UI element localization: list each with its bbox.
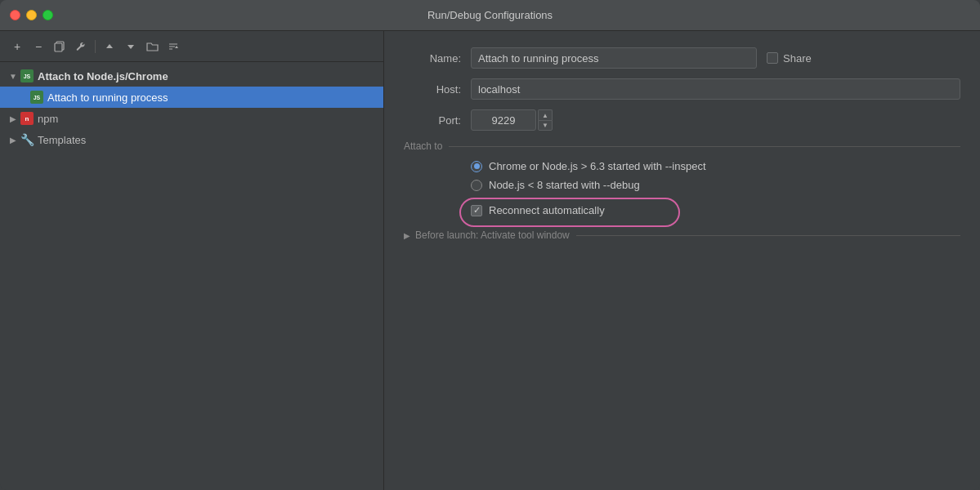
name-label: Name:: [404, 52, 461, 65]
port-row: Port: ▲ ▼: [404, 109, 960, 131]
add-button[interactable]: +: [8, 38, 26, 56]
tree-item-attach[interactable]: JS Attach to running process: [0, 87, 383, 108]
wrench-button[interactable]: [72, 38, 90, 56]
attach-to-label: Attach to: [404, 140, 442, 152]
window-title: Run/Debug Configurations: [427, 9, 553, 21]
radio-option-1[interactable]: Chrome or Node.js > 6.3 started with --i…: [471, 160, 960, 172]
toolbar-divider: [95, 40, 96, 53]
main-content: + −: [0, 31, 980, 490]
maximize-button[interactable]: [43, 10, 53, 20]
title-bar: Run/Debug Configurations: [0, 0, 980, 31]
divider-line: [449, 146, 960, 147]
npm-arrow: ▶: [7, 114, 20, 123]
tree-item-templates[interactable]: ▶ 🔧 Templates: [0, 129, 383, 150]
tree-parent-label: Attach to Node.js/Chrome: [38, 70, 168, 82]
name-row: Name: Share: [404, 47, 960, 69]
before-launch-label: Before launch: Activate tool window: [415, 229, 570, 241]
move-down-button[interactable]: [122, 38, 140, 56]
folder-button[interactable]: [143, 38, 161, 56]
bl-divider-line: [576, 235, 960, 236]
window: Run/Debug Configurations + −: [0, 0, 980, 490]
npm-icon: n: [20, 111, 34, 126]
before-launch-arrow-icon: ▶: [404, 231, 410, 240]
checkmark-icon: ✓: [473, 206, 481, 215]
radio-1-outer: [471, 161, 482, 172]
tree-item-npm[interactable]: ▶ n npm: [0, 108, 383, 129]
radio-2-outer: [471, 180, 482, 191]
radio-group: Chrome or Node.js > 6.3 started with --i…: [471, 160, 960, 191]
share-area: Share: [767, 52, 812, 65]
templates-icon: 🔧: [20, 132, 34, 147]
port-input[interactable]: [471, 109, 536, 131]
radio-1-label: Chrome or Node.js > 6.3 started with --i…: [489, 160, 706, 172]
reconnect-checkbox[interactable]: ✓: [471, 205, 482, 216]
remove-button[interactable]: −: [29, 38, 47, 56]
close-button[interactable]: [10, 10, 20, 20]
port-label: Port:: [404, 114, 461, 127]
copy-button[interactable]: [51, 38, 69, 56]
templates-label: Templates: [38, 134, 86, 146]
reconnect-area: ✓ Reconnect automatically: [471, 204, 960, 216]
minimize-button[interactable]: [26, 10, 37, 20]
templates-arrow: ▶: [7, 136, 20, 145]
move-up-button[interactable]: [101, 38, 119, 56]
host-row: Host:: [404, 78, 960, 100]
port-spinner: ▲ ▼: [538, 109, 553, 131]
attach-to-divider: Attach to: [404, 140, 960, 152]
tree-view: ▼ JS Attach to Node.js/Chrome JS Attach …: [0, 62, 383, 490]
sort-button[interactable]: [164, 38, 182, 56]
before-launch-divider: ▶ Before launch: Activate tool window: [404, 229, 960, 241]
traffic-lights: [10, 10, 53, 20]
collapse-arrow: ▼: [7, 72, 20, 81]
toolbar: + −: [0, 31, 383, 62]
reconnect-label: Reconnect automatically: [489, 204, 605, 216]
svg-rect-1: [55, 43, 62, 51]
share-checkbox[interactable]: [767, 52, 778, 64]
name-input[interactable]: [471, 47, 757, 69]
radio-2-label: Node.js < 8 started with --debug: [489, 179, 640, 191]
tree-parent-nodejs[interactable]: ▼ JS Attach to Node.js/Chrome: [0, 65, 383, 87]
nodejs-icon: JS: [20, 69, 34, 83]
right-panel: Name: Share Host: Port: ▲ ▼: [384, 31, 980, 490]
before-launch: ▶ Before launch: Activate tool window: [404, 229, 960, 241]
host-input[interactable]: [471, 78, 960, 100]
attach-icon: JS: [29, 90, 44, 105]
port-decrement[interactable]: ▼: [538, 120, 553, 131]
left-panel: + −: [0, 31, 384, 490]
port-increment[interactable]: ▲: [538, 109, 553, 120]
npm-label: npm: [38, 113, 58, 125]
radio-option-2[interactable]: Node.js < 8 started with --debug: [471, 179, 960, 191]
host-label: Host:: [404, 83, 461, 96]
share-label: Share: [783, 52, 812, 65]
port-area: ▲ ▼: [471, 109, 553, 131]
tree-child-label: Attach to running process: [47, 91, 168, 104]
radio-1-inner: [474, 163, 480, 169]
